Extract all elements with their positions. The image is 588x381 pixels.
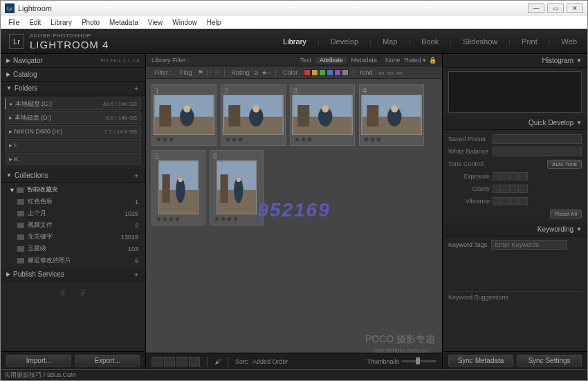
sync-settings-button[interactable]: Sync Settings (517, 355, 582, 366)
filter-tab-metadata[interactable]: Metadata (347, 57, 381, 64)
watermark: 952169 (257, 199, 330, 221)
navigator-header[interactable]: ▶ Navigator FIT FILL 1:1 1:4 (1, 54, 145, 68)
menu-metadata[interactable]: Metadata (104, 19, 143, 26)
collections-header[interactable]: ▼ Collections ＋ (1, 169, 145, 183)
lock-icon[interactable]: 🔒 (429, 57, 437, 64)
grid-cell[interactable]: 6 ★★★★ (210, 150, 264, 225)
view-compare-button[interactable] (176, 357, 187, 366)
color-swatch[interactable] (304, 69, 311, 76)
right-panel: Histogram ▼ Quick Develop ▼ Saved Preset… (442, 54, 587, 369)
collection-group-name: 智能收藏夹 (27, 185, 58, 194)
grid-cell[interactable]: 4 ★★★ (359, 84, 424, 146)
kind-photo-icon[interactable]: ▭ (378, 69, 385, 76)
grid-cell[interactable]: 3 ★★★ (290, 84, 355, 146)
svg-point-4 (183, 106, 190, 113)
publish-header[interactable]: ▶ Publish Services ＋ (1, 268, 145, 281)
vibrance-stepper[interactable] (493, 197, 528, 205)
filter-tab-text[interactable]: Text (295, 57, 315, 64)
import-button[interactable]: Import... (6, 355, 71, 366)
resetall-button[interactable]: Reset All (550, 210, 582, 219)
color-swatch[interactable] (319, 69, 326, 76)
collection-item[interactable]: 红色色标1 (5, 196, 141, 207)
folder-row[interactable]: ▸ 本地磁盘 (D:)0.6 / 146 GB (5, 111, 141, 124)
collection-item[interactable]: 上个月1025 (5, 207, 141, 219)
flag-unflagged-icon[interactable]: ⚐ (206, 69, 212, 76)
collection-item[interactable]: 五星级103 (5, 243, 141, 254)
qd-wb-select[interactable] (493, 147, 582, 156)
module-web[interactable]: Web (560, 37, 579, 46)
grid-cell[interactable]: 5 ★★★★ (151, 150, 205, 225)
painter-icon[interactable]: 🖌 (214, 358, 221, 365)
collection-group[interactable]: ▼ 智能收藏夹 (5, 184, 141, 196)
kind-video-icon[interactable]: ▭ (396, 69, 403, 76)
filter-tab-attribute[interactable]: Attribute (315, 57, 347, 64)
window-title: Lightroom (18, 4, 52, 12)
module-slideshow[interactable]: Slideshow (461, 37, 499, 46)
grid-cell[interactable]: 2 ★★★ (221, 84, 286, 146)
folder-row[interactable]: ▸ NIKON D600 (H:)7.1 / 14.8 GB (5, 125, 141, 138)
menu-library[interactable]: Library (46, 19, 77, 26)
keyword-tags-label: Keyword Tags (448, 241, 487, 248)
folder-row[interactable]: ▸ 本地磁盘 (C:)49.6 / 146 GB (5, 97, 141, 110)
module-develop[interactable]: Develop (329, 37, 360, 46)
keyword-input[interactable] (491, 240, 567, 250)
color-swatch[interactable] (342, 69, 349, 76)
qd-vibrance-label: Vibrance (448, 198, 490, 205)
folders-header[interactable]: ▼ Folders ＋ (1, 82, 145, 95)
module-library[interactable]: Library (281, 37, 309, 46)
menu-photo[interactable]: Photo (77, 19, 104, 26)
grid-cell[interactable]: 1 ★★★ (151, 84, 217, 146)
menu-window[interactable]: Window (167, 19, 202, 26)
color-swatch[interactable] (334, 69, 341, 76)
collection-item[interactable]: 最近修改的照片6 (5, 254, 141, 266)
sync-metadata-button[interactable]: Sync Metadata (448, 355, 513, 366)
folder-row[interactable]: ▸ I: (5, 139, 141, 151)
module-book[interactable]: Book (419, 37, 441, 46)
view-grid-button[interactable] (151, 357, 163, 366)
menu-view[interactable]: View (143, 19, 168, 26)
kind-virtual-icon[interactable]: ▭ (387, 69, 394, 76)
keywording-header[interactable]: Keywording ▼ (443, 223, 587, 236)
plus-icon[interactable]: ＋ (133, 84, 140, 93)
quickdev-header[interactable]: Quick Develop ▼ (443, 116, 587, 130)
menu-file[interactable]: File (3, 19, 24, 26)
library-filter-bar: Library Filter : Text Attribute Metadata… (146, 54, 442, 66)
clarity-stepper[interactable] (493, 185, 528, 193)
color-swatch[interactable] (311, 69, 318, 76)
color-swatch[interactable] (327, 69, 333, 76)
svg-rect-17 (367, 105, 378, 127)
attr-flag-label: Flag (177, 69, 195, 76)
qd-wb-label: White Balance (448, 148, 490, 155)
navigator-zoom[interactable]: FIT FILL 1:1 1:4 (101, 57, 140, 64)
rating-op[interactable]: ≥ (255, 69, 259, 76)
catalog-header[interactable]: ▶ Catalog (1, 68, 145, 82)
module-map[interactable]: Map (380, 37, 399, 46)
minimize-button[interactable]: — (528, 3, 544, 13)
view-loupe-button[interactable] (164, 357, 175, 366)
sort-dropdown[interactable]: Added Order (252, 358, 288, 365)
view-survey-button[interactable] (189, 357, 200, 366)
export-button[interactable]: Export... (75, 355, 140, 366)
folder-row[interactable]: ▸ K: (5, 153, 141, 165)
collection-item[interactable]: 无关键字13019 (5, 231, 141, 243)
module-print[interactable]: Print (520, 37, 540, 46)
exposure-stepper[interactable] (493, 172, 528, 180)
rated-dropdown[interactable]: Rated ▾ (404, 57, 429, 64)
collection-item[interactable]: 视频文件2 (5, 219, 141, 231)
thumbnail-size-slider[interactable] (402, 360, 437, 362)
plus-icon[interactable]: ＋ (133, 270, 140, 279)
close-button[interactable]: ✕ (567, 3, 583, 13)
menu-edit[interactable]: Edit (24, 19, 46, 26)
maximize-button[interactable]: ▭ (547, 3, 564, 13)
autotone-button[interactable]: Auto Tone (547, 160, 582, 169)
app-icon: Lr (5, 3, 15, 13)
menu-help[interactable]: Help (202, 19, 226, 26)
histogram-header[interactable]: Histogram ▼ (443, 54, 587, 68)
plus-icon[interactable]: ＋ (133, 171, 140, 180)
filter-tab-none[interactable]: None (381, 57, 405, 64)
qd-preset-select[interactable] (493, 134, 582, 144)
thumbnail-grid[interactable]: 1 ★★★2 ★★★3 ★★★4 ★★★5 ★★★★6 ★★★★952169 (146, 79, 442, 353)
flag-rejected-icon[interactable]: ⚐ (214, 69, 220, 76)
flag-picked-icon[interactable]: ⚑ (198, 69, 203, 76)
rating-stars[interactable]: ★····· (261, 69, 272, 76)
